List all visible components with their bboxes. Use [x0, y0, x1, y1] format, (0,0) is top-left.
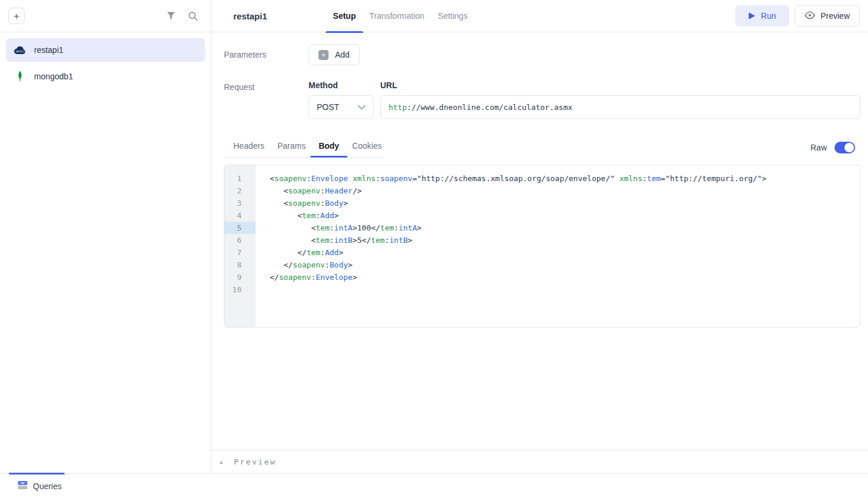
add-query-button[interactable]: +: [8, 8, 25, 24]
add-parameter-label: Add: [335, 50, 350, 59]
url-rest: ://www.dneonline.com/calculator.asmx: [407, 103, 572, 112]
setup-content: Parameters + Add Request Method POST: [212, 32, 868, 450]
toggle-knob: [844, 143, 854, 152]
code-line[interactable]: <tem:intB>5</tem:intB>: [270, 234, 860, 246]
url-label: URL: [380, 81, 860, 90]
body-tabs-row: Headers Params Body Cookies Raw: [224, 138, 860, 158]
tab-setup[interactable]: Setup: [333, 0, 356, 32]
query-title: restapi1: [233, 11, 267, 21]
parameters-row: Parameters + Add: [224, 44, 860, 65]
method-select[interactable]: POST: [309, 95, 374, 119]
request-label: Request: [224, 81, 309, 119]
request-row: Request Method POST URL http://www.dneon…: [224, 81, 860, 119]
rest-cloud-icon: {REST}: [14, 45, 26, 55]
search-icon[interactable]: [188, 11, 198, 21]
url-input[interactable]: http://www.dneonline.com/calculator.asmx: [380, 95, 860, 119]
code-line[interactable]: <soapenv:Envelope xmlns:soapenv="http://…: [270, 172, 860, 185]
tab-transformation[interactable]: Transformation: [369, 0, 424, 32]
line-number: 1: [224, 172, 256, 185]
tab-headers[interactable]: Headers: [233, 141, 264, 151]
line-number: 5: [224, 222, 256, 234]
header-actions: Run Preview: [735, 5, 860, 26]
sidebar-item-label: restapi1: [34, 45, 63, 55]
code-gutter: 12345678910: [224, 165, 256, 327]
tab-body[interactable]: Body: [319, 141, 339, 151]
queries-icon: [18, 480, 28, 492]
method-value: POST: [317, 102, 339, 112]
add-parameter-button[interactable]: + Add: [309, 44, 360, 65]
preview-button[interactable]: Preview: [795, 5, 860, 26]
collapse-up-icon: ▲: [219, 459, 224, 465]
body-code-editor: 12345678910 <soapenv:Envelope xmlns:soap…: [224, 165, 860, 327]
line-number: 7: [224, 246, 256, 259]
code-line[interactable]: <tem:Add>: [270, 209, 860, 222]
parameters-label: Parameters: [224, 50, 309, 59]
line-number: 10: [224, 283, 256, 296]
line-number: 9: [224, 271, 256, 283]
code-line[interactable]: <soapenv:Body>: [270, 197, 860, 209]
plus-square-icon: +: [319, 50, 329, 60]
run-button-label: Run: [761, 11, 776, 21]
raw-toggle[interactable]: [835, 142, 855, 153]
code-line[interactable]: </soapenv:Body>: [270, 259, 860, 271]
main-panel: restapi1 Setup Transformation Settings R…: [212, 0, 868, 473]
svg-text:{REST}: {REST}: [15, 50, 25, 53]
tab-params[interactable]: Params: [277, 141, 306, 151]
line-number: 4: [224, 209, 256, 222]
chevron-down-icon: [358, 102, 366, 112]
eye-icon: [805, 11, 815, 21]
top-region: + {REST} restapi1: [0, 0, 868, 473]
method-label: Method: [309, 81, 374, 90]
sidebar-item-mongodb1[interactable]: mongodb1: [6, 65, 205, 88]
response-preview-label: Preview: [234, 457, 276, 466]
sidebar-item-label: mongodb1: [34, 72, 73, 81]
line-number: 6: [224, 234, 256, 246]
code-line[interactable]: </soapenv:Envelope>: [270, 271, 860, 283]
line-number: 8: [224, 259, 256, 271]
mongodb-leaf-icon: [14, 71, 26, 82]
raw-label: Raw: [810, 143, 827, 152]
raw-toggle-group: Raw: [810, 142, 855, 153]
tab-settings[interactable]: Settings: [438, 0, 468, 32]
body-tabs: Headers Params Body Cookies: [224, 138, 384, 158]
tab-cookies[interactable]: Cookies: [352, 141, 382, 151]
method-column: Method POST: [309, 81, 374, 119]
main-header: restapi1 Setup Transformation Settings R…: [212, 0, 868, 32]
bottom-bar: Queries: [0, 473, 868, 498]
queries-tab-label[interactable]: Queries: [33, 482, 62, 491]
active-panel-indicator: [9, 473, 65, 474]
play-icon: [749, 12, 755, 19]
url-scheme: http: [388, 103, 407, 112]
header-tabs: Setup Transformation Settings: [333, 0, 468, 32]
filter-icon[interactable]: [166, 11, 176, 21]
response-preview-bar[interactable]: ▲ Preview: [212, 450, 868, 473]
line-number: 2: [224, 185, 256, 197]
sidebar-list: {REST} restapi1 mongodb1: [0, 32, 211, 97]
code-line[interactable]: <soapenv:Header/>: [270, 185, 860, 197]
sidebar-item-restapi1[interactable]: {REST} restapi1: [6, 38, 205, 62]
code-line[interactable]: [270, 283, 860, 296]
queries-sidebar: + {REST} restapi1: [0, 0, 212, 473]
preview-button-label: Preview: [820, 11, 850, 21]
code-line[interactable]: <tem:intA>100</tem:intA>: [270, 222, 860, 234]
line-number: 3: [224, 197, 256, 209]
code-line[interactable]: </tem:Add>: [270, 246, 860, 259]
run-button[interactable]: Run: [735, 5, 789, 26]
sidebar-header: +: [0, 0, 211, 32]
url-column: URL http://www.dneonline.com/calculator.…: [380, 81, 860, 119]
app-window: + {REST} restapi1: [0, 0, 868, 498]
code-area[interactable]: <soapenv:Envelope xmlns:soapenv="http://…: [256, 165, 860, 327]
